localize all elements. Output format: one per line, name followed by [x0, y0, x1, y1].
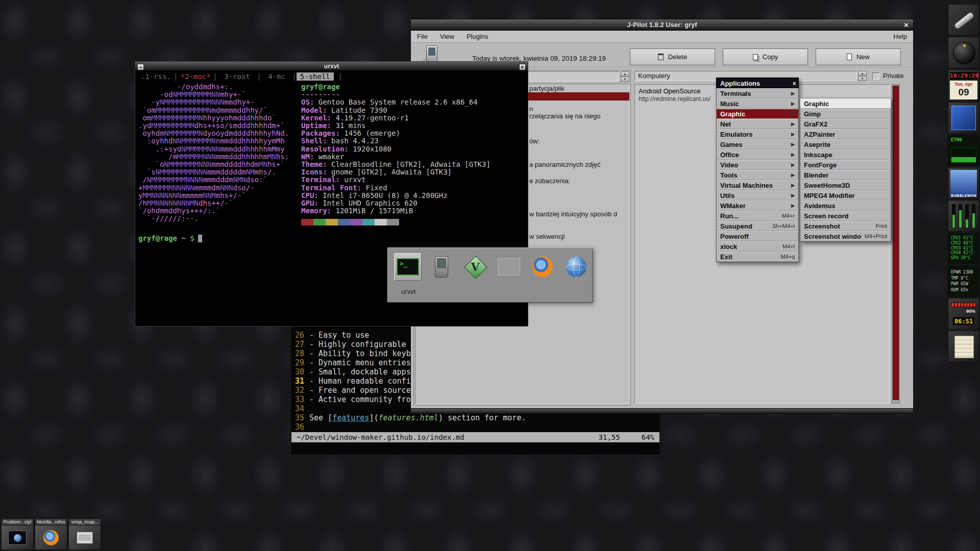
- memo-scrollbar[interactable]: [892, 84, 900, 404]
- menu-item-fontforge[interactable]: FontForge: [800, 160, 891, 170]
- menu-item-avidemux[interactable]: Avidemux: [800, 201, 891, 211]
- menu-item-grafx2[interactable]: GraFX2: [800, 119, 891, 129]
- miniwindow-vimja-imap[interactable]: vimja_imap...: [68, 518, 101, 550]
- new-button[interactable]: New: [816, 48, 901, 65]
- menu-item-office[interactable]: Office▶: [717, 149, 798, 160]
- switcher-item-vim[interactable]: V: [461, 253, 489, 281]
- prompt-symbol: $: [190, 234, 194, 242]
- neofetch-info-line: Shell: bash 4.4.23: [301, 137, 491, 145]
- menu-item-label: Screenshot: [804, 222, 872, 230]
- menu-item-inkscape[interactable]: Inkscape: [800, 149, 891, 160]
- miniwindow-firefox[interactable]: Mozilla...refox: [35, 518, 67, 550]
- menu-item-exit[interactable]: ExitM4+q: [717, 252, 798, 262]
- close-icon[interactable]: ×: [902, 20, 911, 29]
- info-value: Intel i7-8650U (8) @ 4.200GHz: [318, 191, 448, 199]
- miniwindow-label: Mozilla...refox: [35, 519, 67, 525]
- menu-view[interactable]: View: [440, 33, 454, 40]
- private-checkbox[interactable]: [872, 72, 879, 80]
- switcher-item-firefox[interactable]: [529, 253, 556, 281]
- jpilot-toolbar-buttons: Delete Copy New: [630, 48, 901, 65]
- terminal-tab[interactable]: 5-shell: [297, 72, 334, 81]
- menu-plugins[interactable]: Plugins: [467, 33, 488, 40]
- jpilot-resizebar[interactable]: [411, 408, 913, 413]
- globe-icon: [566, 257, 586, 277]
- clock-day: 09: [950, 87, 977, 97]
- palette-swatch: [313, 219, 326, 226]
- menu-item-label: Susupend: [720, 222, 769, 230]
- switcher-item-image-viewer[interactable]: [495, 253, 523, 281]
- menu-file[interactable]: File: [417, 33, 428, 40]
- dock-tile-pager[interactable]: [948, 102, 979, 134]
- menu-item-terminals[interactable]: Terminals▶: [717, 88, 798, 98]
- jpilot-menubar: File View Plugins Help: [411, 31, 913, 43]
- menu-item-screen-record[interactable]: Screen record: [800, 211, 891, 221]
- terminal-tab[interactable]: 4-mc: [261, 72, 292, 81]
- dock: 18:29:20 Tue, Apr 09 ETH0 BUBBLEMON CPU1…: [948, 4, 979, 363]
- info-label: Memory:: [301, 207, 331, 215]
- graphic-submenu-titlebar[interactable]: Graphic: [800, 98, 891, 109]
- menu-item-games[interactable]: Games▶: [717, 139, 798, 149]
- menu-help[interactable]: Help: [893, 33, 907, 40]
- applications-menu-titlebar[interactable]: Applications ×: [716, 78, 799, 88]
- category-spinner[interactable]: ▲▼: [621, 71, 629, 82]
- menu-item-tools[interactable]: Tools▶: [717, 170, 798, 180]
- dock-tile-network[interactable]: ETH0: [948, 135, 979, 166]
- battery-percent: 90%: [952, 309, 975, 314]
- miniwindow-label: Problem...ctyl: [2, 519, 33, 525]
- sensor-line: EPWR 2300: [951, 269, 979, 276]
- menu-item-gimp[interactable]: Gimp: [800, 109, 891, 119]
- dock-tile-temperatures[interactable]: CPU1 41°CCPU2 40°CCPU3 41°CCPU4 42°CGPU …: [948, 233, 979, 264]
- menu-item-emulators[interactable]: Emulators▶: [717, 129, 798, 139]
- memo-category-spinner[interactable]: ▲▼: [858, 71, 867, 81]
- dock-tile-seam-ripper[interactable]: [948, 4, 979, 36]
- menu-item-aseprite[interactable]: Aseprite: [800, 139, 891, 149]
- menu-item-graphic[interactable]: Graphic▶: [717, 109, 798, 119]
- info-value: 4.19.27-gentoo-r1: [331, 114, 409, 122]
- menu-item-sweethome3d[interactable]: SweetHome3D: [800, 180, 891, 190]
- vim-scroll-percent: 64%: [642, 432, 654, 442]
- terminal-tab[interactable]: *2-moc*: [178, 72, 213, 81]
- menu-item-run-[interactable]: Run...M4+r: [717, 211, 798, 221]
- menu-item-net[interactable]: Net▶: [717, 119, 798, 129]
- miniaturize-icon[interactable]: ▪: [137, 64, 144, 70]
- menu-item-virtual-machines[interactable]: Virtual Machines▶: [717, 180, 798, 190]
- menu-item-utils[interactable]: Utils▶: [717, 190, 798, 201]
- vim-line-number: 28: [292, 349, 309, 358]
- menu-item-screenshot-window[interactable]: Screenshot windowM4+Print: [800, 231, 891, 241]
- switcher-item-palm[interactable]: [428, 253, 455, 281]
- menu-item-screenshot[interactable]: ScreenshotPrint: [800, 221, 891, 231]
- menu-item-xlock[interactable]: xlockM4+l: [717, 241, 798, 252]
- menu-item-susupend[interactable]: SusupendSh+M4+l: [717, 221, 798, 231]
- switcher-item-browser[interactable]: [562, 253, 590, 281]
- miniwindow-problem[interactable]: Problem...ctyl: [1, 518, 34, 550]
- scrollbar-thumb[interactable]: [893, 86, 899, 400]
- info-value: urxvt: [340, 176, 366, 184]
- copy-button[interactable]: Copy: [723, 48, 808, 65]
- dock-tile-bubblemon[interactable]: BUBBLEMON: [948, 167, 979, 199]
- menu-item-mpeg4-modifier[interactable]: MPEG4 Modifier: [800, 190, 891, 201]
- terminal-tab[interactable]: 3-root: [217, 72, 257, 81]
- image-viewer-icon: [498, 258, 520, 276]
- dock-tile-notes[interactable]: [948, 331, 979, 362]
- jpilot-titlebar[interactable]: J-Pilot 1.8.2 User: gryf ×: [411, 19, 913, 31]
- dock-tile-knob[interactable]: [948, 37, 979, 68]
- menu-close-icon[interactable]: ×: [792, 78, 796, 89]
- terminal-tab[interactable]: .1-rss.: [138, 72, 174, 81]
- terminal-titlebar[interactable]: ▪ urxvt ×: [135, 62, 528, 71]
- menu-item-music[interactable]: Music▶: [717, 98, 798, 109]
- dock-tile-sensors[interactable]: EPWR 2300TMP 8°CPWR 65WHUM 65%: [948, 265, 979, 297]
- menu-item-azpainter[interactable]: AZPainter: [800, 129, 891, 139]
- menu-item-poweroff[interactable]: Poweroff: [717, 231, 798, 241]
- menu-item-video[interactable]: Video▶: [717, 160, 798, 170]
- menu-item-wmaker[interactable]: WMaker▶: [717, 201, 798, 211]
- dock-tile-mixer[interactable]: [948, 200, 979, 232]
- dock-tile-clock[interactable]: 18:29:20 Tue, Apr 09: [948, 69, 979, 101]
- switcher-item-urxvt[interactable]: [394, 253, 422, 281]
- dock-tile-battery[interactable]: 90% 06:51: [948, 298, 979, 330]
- vim-line-number: 27: [292, 340, 309, 349]
- menu-item-blender[interactable]: Blender: [800, 170, 891, 180]
- delete-button[interactable]: Delete: [630, 48, 715, 65]
- copy-icon: [753, 54, 758, 60]
- neofetch-info-line: Terminal: urxvt: [301, 176, 491, 184]
- close-icon[interactable]: ×: [519, 64, 526, 70]
